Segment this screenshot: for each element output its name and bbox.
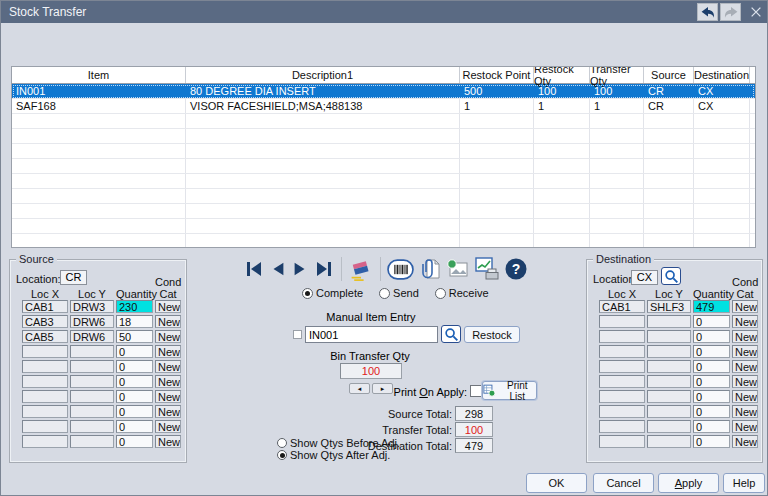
bin-cell-loc_y[interactable]: DRW6 xyxy=(70,315,114,328)
table-row-empty[interactable] xyxy=(12,234,755,248)
table-row-empty[interactable] xyxy=(12,159,755,174)
bin-cell-cond[interactable]: New xyxy=(155,405,181,418)
bin-cell-loc_y[interactable] xyxy=(70,420,114,433)
bin-cell-cond[interactable]: New xyxy=(155,300,181,313)
table-row-empty[interactable] xyxy=(12,114,755,129)
bin-cell-loc_y[interactable]: SHLF3 xyxy=(647,300,691,313)
radio-show-before-adj[interactable]: Show Qtys Before Adj. xyxy=(277,437,400,449)
bin-cell-quantity[interactable]: 0 xyxy=(116,420,153,433)
help-icon[interactable]: ? xyxy=(504,257,528,281)
bin-cell-loc_y[interactable] xyxy=(70,405,114,418)
bin-cell-cond[interactable]: New xyxy=(732,315,758,328)
bin-cell-quantity[interactable]: 0 xyxy=(693,345,730,358)
bin-cell-cond[interactable]: New xyxy=(732,300,758,313)
undo-button[interactable] xyxy=(697,3,718,21)
bin-cell-loc_y[interactable] xyxy=(647,360,691,373)
bin-cell-cond[interactable]: New xyxy=(155,420,181,433)
bin-cell-loc_y[interactable] xyxy=(647,315,691,328)
previous-record-icon[interactable] xyxy=(269,259,287,279)
table-row[interactable]: SAF168 VISOR FACESHIELD;MSA;488138 1 1 1… xyxy=(12,99,755,114)
decrement-button[interactable]: ◂ xyxy=(349,383,370,394)
destination-location-search-button[interactable] xyxy=(661,267,681,285)
column-header-source[interactable]: Source xyxy=(644,67,694,83)
bin-cell-loc_y[interactable] xyxy=(70,345,114,358)
bin-cell-loc_y[interactable] xyxy=(647,330,691,343)
image-icon[interactable] xyxy=(446,257,470,281)
bin-cell-cond[interactable]: New xyxy=(155,345,181,358)
bin-cell-cond[interactable]: New xyxy=(155,435,181,448)
bin-cell-loc_y[interactable] xyxy=(70,435,114,448)
bin-cell-loc_x[interactable] xyxy=(599,420,645,433)
bin-cell-loc_x[interactable] xyxy=(599,315,645,328)
radio-show-after-adj[interactable]: Show Qtys After Adj. xyxy=(277,449,390,461)
bin-cell-loc_x[interactable] xyxy=(599,360,645,373)
close-button[interactable] xyxy=(745,3,767,21)
table-row-empty[interactable] xyxy=(12,144,755,159)
bin-cell-cond[interactable]: New xyxy=(155,375,181,388)
print-report-icon[interactable] xyxy=(474,256,500,282)
bin-cell-loc_y[interactable] xyxy=(647,405,691,418)
bin-cell-quantity[interactable]: 0 xyxy=(693,360,730,373)
bin-cell-quantity[interactable]: 0 xyxy=(693,390,730,403)
table-row-empty[interactable] xyxy=(12,174,755,189)
bin-cell-loc_x[interactable] xyxy=(22,435,68,448)
bin-cell-cond[interactable]: New xyxy=(732,360,758,373)
last-record-icon[interactable] xyxy=(313,259,335,279)
attach-document-icon[interactable] xyxy=(418,257,442,281)
column-header-restock-point[interactable]: Restock Point xyxy=(460,67,534,83)
bin-cell-quantity[interactable]: 0 xyxy=(116,405,153,418)
bin-cell-loc_x[interactable] xyxy=(599,405,645,418)
column-header-destination[interactable]: Destination xyxy=(694,67,750,83)
bin-cell-loc_x[interactable] xyxy=(22,375,68,388)
table-row-empty[interactable] xyxy=(12,189,755,204)
bin-cell-loc_x[interactable] xyxy=(599,345,645,358)
bin-cell-quantity[interactable]: 0 xyxy=(693,420,730,433)
bin-cell-cond[interactable]: New xyxy=(155,330,181,343)
table-row-empty[interactable] xyxy=(12,204,755,219)
bin-cell-loc_x[interactable] xyxy=(22,420,68,433)
bin-cell-quantity[interactable]: 0 xyxy=(116,390,153,403)
bin-cell-quantity[interactable]: 18 xyxy=(116,315,153,328)
bin-cell-loc_y[interactable] xyxy=(647,345,691,358)
bin-cell-cond[interactable]: New xyxy=(732,390,758,403)
bin-cell-cond[interactable]: New xyxy=(732,330,758,343)
table-row-selected[interactable]: IN001 80 DEGREE DIA INSERT 500 100 100 C… xyxy=(12,84,755,99)
bin-cell-loc_y[interactable]: DRW3 xyxy=(70,300,114,313)
bin-cell-quantity[interactable]: 0 xyxy=(116,435,153,448)
cancel-button[interactable]: Cancel xyxy=(593,473,654,493)
source-location-field[interactable]: CR xyxy=(60,270,87,285)
bin-cell-loc_y[interactable] xyxy=(70,390,114,403)
next-record-icon[interactable] xyxy=(291,259,309,279)
bin-cell-loc_y[interactable]: DRW6 xyxy=(70,330,114,343)
manual-item-entry-input[interactable] xyxy=(305,326,438,343)
column-header-description[interactable]: Description1 xyxy=(186,67,460,83)
bin-cell-cond[interactable]: New xyxy=(732,375,758,388)
bin-cell-quantity[interactable]: 0 xyxy=(693,435,730,448)
bin-cell-quantity[interactable]: 50 xyxy=(116,330,153,343)
bin-cell-cond[interactable]: New xyxy=(732,435,758,448)
radio-receive[interactable]: Receive xyxy=(435,287,489,299)
bin-cell-cond[interactable]: New xyxy=(155,315,181,328)
ok-button[interactable]: OK xyxy=(526,473,587,493)
bin-cell-loc_y[interactable] xyxy=(70,360,114,373)
column-header-transfer-qty[interactable]: Transfer Qty xyxy=(590,67,644,83)
radio-send[interactable]: Send xyxy=(379,287,419,299)
bin-cell-cond[interactable]: New xyxy=(732,420,758,433)
barcode-icon[interactable] xyxy=(387,258,414,281)
bin-cell-loc_x[interactable] xyxy=(599,435,645,448)
column-header-item[interactable]: Item xyxy=(12,67,186,83)
bin-cell-quantity[interactable]: 0 xyxy=(693,315,730,328)
bin-cell-loc_x[interactable]: CAB1 xyxy=(599,300,645,313)
bin-cell-quantity[interactable]: 230 xyxy=(116,300,153,313)
bin-cell-quantity[interactable]: 0 xyxy=(693,405,730,418)
table-row-empty[interactable] xyxy=(12,129,755,144)
bin-cell-loc_x[interactable]: CAB5 xyxy=(22,330,68,343)
bin-cell-loc_y[interactable] xyxy=(647,390,691,403)
bin-cell-loc_y[interactable] xyxy=(647,435,691,448)
bin-cell-quantity[interactable]: 0 xyxy=(116,375,153,388)
print-list-button[interactable]: Print List xyxy=(482,381,537,400)
bin-cell-quantity[interactable]: 0 xyxy=(693,330,730,343)
bin-cell-cond[interactable]: New xyxy=(155,390,181,403)
bin-cell-loc_x[interactable] xyxy=(22,390,68,403)
restock-button[interactable]: Restock xyxy=(464,326,520,343)
